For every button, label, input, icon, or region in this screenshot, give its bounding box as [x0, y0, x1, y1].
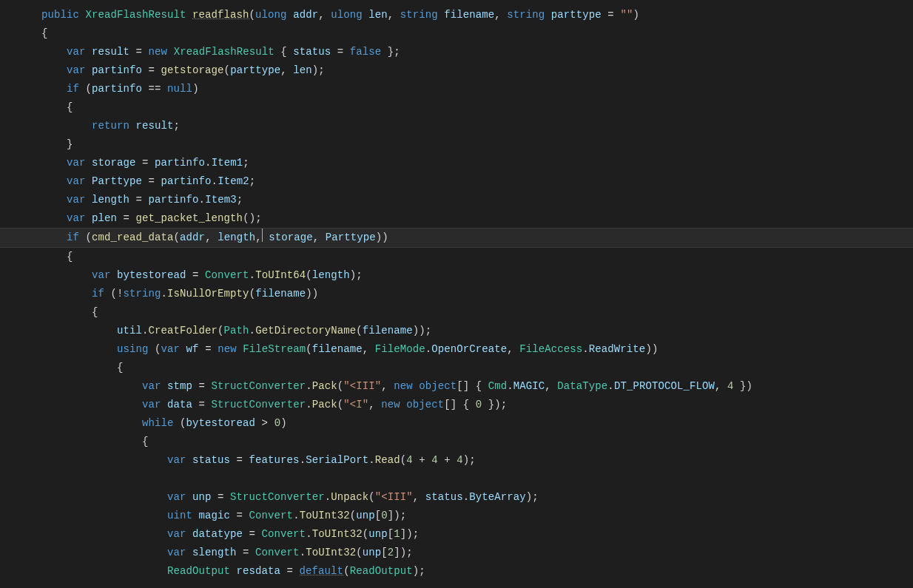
code-line[interactable]: {	[0, 359, 913, 377]
code-line[interactable]: var result = new XreadFlashResult { stat…	[0, 43, 913, 61]
code-line[interactable]: using (var wf = new FileStream(filename,…	[0, 340, 913, 359]
code-line[interactable]: var status = features.SerialPort.Read(4 …	[0, 451, 913, 470]
code-line[interactable]: public XreadFlashResult readflash(ulong …	[0, 6, 913, 24]
code-line[interactable]: var Parttype = partinfo.Item2;	[0, 172, 913, 191]
code-line[interactable]: return result;	[0, 117, 913, 135]
code-line[interactable]	[0, 470, 913, 488]
code-line[interactable]: util.CreatFolder(Path.GetDirectoryName(f…	[0, 322, 913, 340]
code-line[interactable]: var slength = Convert.ToUInt32(unp[2]);	[0, 544, 913, 562]
method-name: readflash	[192, 9, 249, 21]
code-line[interactable]: {	[0, 433, 913, 451]
code-line[interactable]: var partinfo = getstorage(parttype, len)…	[0, 61, 913, 80]
code-line[interactable]: var stmp = StructConverter.Pack("<III", …	[0, 377, 913, 396]
code-line[interactable]: var length = partinfo.Item3;	[0, 191, 913, 209]
code-line[interactable]: var storage = partinfo.Item1;	[0, 154, 913, 172]
code-line[interactable]: var datatype = Convert.ToUInt32(unp[1]);	[0, 525, 913, 544]
code-line[interactable]: if (partinfo == null)	[0, 80, 913, 98]
text-cursor	[262, 229, 263, 242]
type: XreadFlashResult	[86, 9, 186, 21]
code-line[interactable]: {	[0, 98, 913, 117]
keyword: public	[41, 9, 79, 21]
code-line[interactable]: }	[0, 135, 913, 154]
code-line-active[interactable]: if (cmd_read_data(addr, length, storage,…	[0, 228, 913, 248]
code-line[interactable]: if (!string.IsNullOrEmpty(filename))	[0, 285, 913, 303]
code-line[interactable]: ReadOutput resdata = default(ReadOutput)…	[0, 562, 913, 581]
code-line[interactable]: uint magic = Convert.ToUInt32(unp[0]);	[0, 507, 913, 525]
code-line[interactable]: var plen = get_packet_length();	[0, 209, 913, 228]
code-line[interactable]: var unp = StructConverter.Unpack("<III",…	[0, 488, 913, 507]
code-line[interactable]: {	[0, 24, 913, 43]
code-line[interactable]: var bytestoread = Convert.ToUInt64(lengt…	[0, 266, 913, 285]
code-editor[interactable]: public XreadFlashResult readflash(ulong …	[0, 0, 913, 581]
code-line[interactable]: {	[0, 248, 913, 266]
code-line[interactable]: var data = StructConverter.Pack("<I", ne…	[0, 396, 913, 414]
code-line[interactable]: {	[0, 303, 913, 322]
code-line[interactable]: while (bytestoread > 0)	[0, 414, 913, 433]
